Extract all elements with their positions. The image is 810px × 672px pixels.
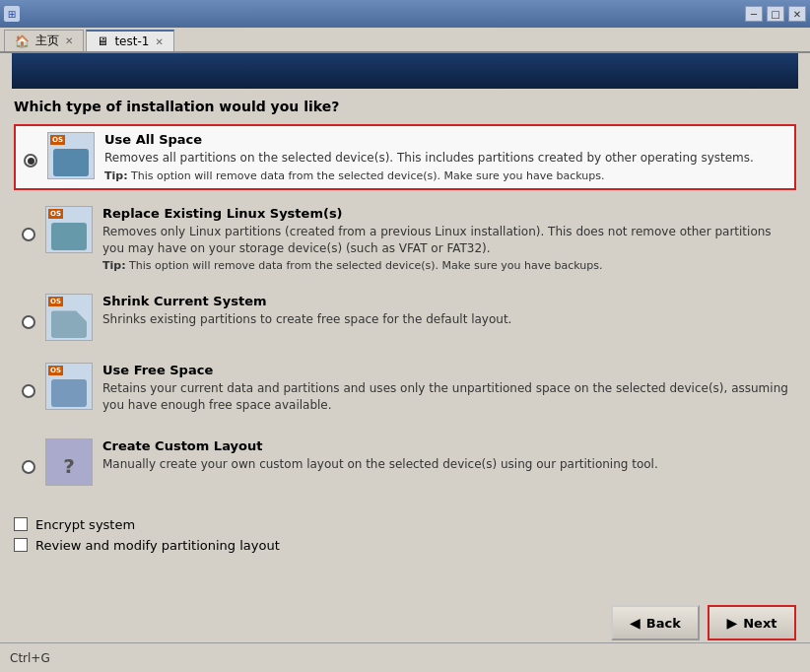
option-shrink-current[interactable]: OS Shrink Current System Shrinks existin… [14, 288, 796, 347]
option-title-replace-linux: Replace Existing Linux System(s) [102, 206, 788, 221]
option-tip-use-all-space: Tip: This option will remove data from t… [104, 169, 786, 182]
radio-replace-linux[interactable] [22, 228, 35, 241]
checkboxes-section: Encrypt system Review and modify partiti… [0, 517, 810, 553]
test1-tab-icon: 🖥 [97, 34, 108, 48]
tab-bar: 🏠 主页 ✕ 🖥 test-1 ✕ [0, 28, 810, 53]
encrypt-system-label: Encrypt system [35, 517, 135, 532]
home-tab-icon: 🏠 [15, 34, 30, 48]
checkbox-encrypt-system[interactable]: Encrypt system [14, 517, 796, 532]
option-use-free-space[interactable]: OS Use Free Space Retains your current d… [14, 357, 796, 423]
back-arrow-icon: ◀ [630, 615, 641, 631]
review-layout-checkbox[interactable] [14, 538, 28, 552]
os-badge-1: OS [50, 135, 65, 145]
icon-use-free-space: OS [45, 363, 93, 410]
option-text-shrink-current: Shrink Current System Shrinks existing p… [102, 294, 788, 331]
option-title-use-all-space: Use All Space [104, 132, 786, 147]
title-bar: ⊞ ─ □ ✕ [0, 0, 810, 28]
review-layout-label: Review and modify partitioning layout [35, 538, 280, 553]
status-bar: Ctrl+G [0, 642, 810, 672]
bottom-navigation: ◀ Back ▶ Next [611, 605, 796, 640]
option-title-custom-layout: Create Custom Layout [102, 438, 788, 453]
option-list: OS Use All Space Removes all partitions … [14, 124, 796, 492]
tab-home[interactable]: 🏠 主页 ✕ [4, 30, 84, 51]
app-icon: ⊞ [4, 6, 20, 22]
main-content: Which type of installation would you lik… [0, 89, 810, 502]
maximize-button[interactable]: □ [767, 6, 784, 22]
close-button[interactable]: ✕ [788, 6, 806, 22]
checkbox-review-layout[interactable]: Review and modify partitioning layout [14, 538, 796, 553]
radio-use-free-space[interactable] [22, 384, 35, 398]
option-title-use-free-space: Use Free Space [102, 363, 788, 377]
option-replace-linux[interactable]: OS Replace Existing Linux System(s) Remo… [14, 200, 796, 279]
radio-use-all-space[interactable] [24, 154, 37, 168]
os-badge-4: OS [48, 366, 63, 375]
question-text: Which type of installation would you lik… [14, 99, 796, 114]
os-badge-2: OS [48, 209, 63, 219]
option-text-use-all-space: Use All Space Removes all partitions on … [104, 132, 786, 182]
tab-test1-close[interactable]: ✕ [155, 36, 163, 47]
option-tip-replace-linux: Tip: This option will remove data from t… [102, 259, 788, 272]
option-text-custom-layout: Create Custom Layout Manually create you… [102, 438, 788, 476]
back-button[interactable]: ◀ Back [611, 605, 700, 640]
tab-home-label: 主页 [35, 33, 59, 49]
option-text-replace-linux: Replace Existing Linux System(s) Removes… [102, 206, 788, 273]
icon-replace-linux: OS [45, 206, 93, 253]
icon-use-all-space: OS [47, 132, 95, 179]
option-desc-custom-layout: Manually create your own custom layout o… [102, 456, 788, 473]
option-desc-replace-linux: Removes only Linux partitions (created f… [102, 224, 788, 257]
back-button-label: Back [646, 616, 681, 631]
radio-shrink-current[interactable] [22, 315, 35, 329]
tab-test1-label: test-1 [114, 34, 149, 48]
status-shortcut: Ctrl+G [10, 651, 50, 665]
tab-test1[interactable]: 🖥 test-1 ✕ [86, 30, 173, 51]
radio-custom-layout[interactable] [22, 460, 35, 474]
option-title-shrink-current: Shrink Current System [102, 294, 788, 308]
option-desc-use-all-space: Removes all partitions on the selected d… [104, 150, 786, 167]
option-desc-use-free-space: Retains your current data and partitions… [102, 380, 788, 414]
os-badge-3: OS [48, 297, 63, 306]
next-arrow-icon: ▶ [726, 615, 737, 631]
tab-home-close[interactable]: ✕ [65, 35, 73, 46]
next-button-label: Next [743, 616, 776, 631]
icon-custom-layout: ? [45, 438, 93, 486]
option-desc-shrink-current: Shrinks existing partitions to create fr… [102, 311, 788, 328]
header-bar [12, 53, 798, 89]
encrypt-system-checkbox[interactable] [14, 517, 28, 531]
option-text-use-free-space: Use Free Space Retains your current data… [102, 363, 788, 417]
option-use-all-space[interactable]: OS Use All Space Removes all partitions … [14, 124, 796, 190]
option-custom-layout[interactable]: ? Create Custom Layout Manually create y… [14, 433, 796, 492]
icon-shrink-current: OS [45, 294, 93, 341]
minimize-button[interactable]: ─ [745, 6, 763, 22]
next-button[interactable]: ▶ Next [708, 605, 796, 640]
